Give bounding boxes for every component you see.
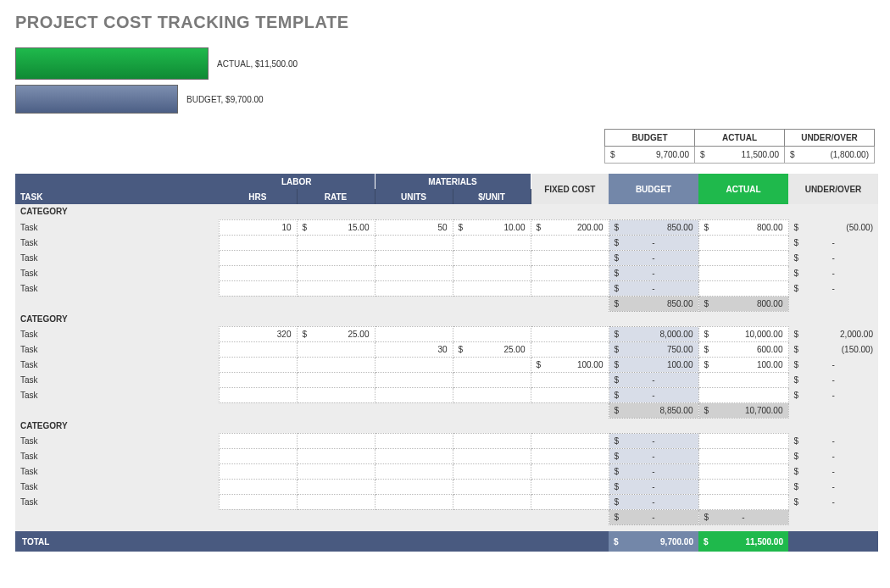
units-input[interactable] [375,250,453,265]
actual-input[interactable] [698,463,788,479]
hrs-input[interactable] [219,280,297,296]
per-unit-input[interactable] [453,235,531,250]
fixed-input[interactable] [531,387,609,402]
per-unit-input[interactable] [453,433,531,448]
per-unit-input[interactable] [453,326,531,341]
units-input[interactable] [375,372,453,387]
rate-input[interactable] [297,494,375,509]
rate-input[interactable] [297,463,375,479]
actual-input[interactable] [698,250,788,265]
per-unit-input[interactable] [453,265,531,280]
actual-input[interactable] [698,280,788,296]
total-underover [788,531,878,552]
fixed-input[interactable]: $100.00 [531,357,609,372]
hrs-input[interactable] [219,357,297,372]
rate-input[interactable] [297,357,375,372]
per-unit-input[interactable]: $10.00 [453,219,531,235]
fixed-input[interactable] [531,280,609,296]
rate-input[interactable] [297,479,375,494]
actual-input[interactable] [698,387,788,402]
rate-input[interactable] [297,341,375,357]
fixed-input[interactable]: $200.00 [531,219,609,235]
fixed-input[interactable] [531,250,609,265]
actual-input[interactable] [698,448,788,463]
actual-input[interactable]: $600.00 [698,341,788,357]
fixed-input[interactable] [531,479,609,494]
units-input[interactable] [375,265,453,280]
per-unit-input[interactable] [453,250,531,265]
fixed-input[interactable] [531,433,609,448]
col-per-unit: $/UNIT [453,189,531,204]
actual-input[interactable]: $100.00 [698,357,788,372]
actual-input[interactable] [698,433,788,448]
per-unit-input[interactable] [453,387,531,402]
hrs-input[interactable] [219,448,297,463]
units-input[interactable] [375,433,453,448]
actual-input[interactable] [698,479,788,494]
per-unit-input[interactable] [453,463,531,479]
actual-input[interactable] [698,372,788,387]
actual-input[interactable] [698,265,788,280]
hrs-input[interactable]: 320 [219,326,297,341]
units-input[interactable] [375,280,453,296]
hrs-input[interactable]: 10 [219,219,297,235]
cost-tracking-table: TASK LABOR MATERIALS FIXED COST BUDGET A… [15,174,878,552]
task-name: Task [15,265,219,280]
units-input[interactable] [375,235,453,250]
underover-cell: $- [788,280,878,296]
hrs-input[interactable] [219,250,297,265]
col-actual: ACTUAL [698,174,788,204]
fixed-input[interactable] [531,265,609,280]
fixed-input[interactable] [531,326,609,341]
per-unit-input[interactable] [453,494,531,509]
per-unit-input[interactable]: $25.00 [453,341,531,357]
subtotal-row: $-$- [15,509,878,524]
units-input[interactable] [375,357,453,372]
units-input[interactable] [375,463,453,479]
fixed-input[interactable] [531,463,609,479]
fixed-input[interactable] [531,235,609,250]
rate-input[interactable]: $15.00 [297,219,375,235]
hrs-input[interactable] [219,235,297,250]
fixed-input[interactable] [531,341,609,357]
rate-input[interactable] [297,280,375,296]
actual-input[interactable] [698,235,788,250]
units-input[interactable] [375,326,453,341]
rate-input[interactable]: $25.00 [297,326,375,341]
per-unit-input[interactable] [453,479,531,494]
per-unit-input[interactable] [453,357,531,372]
task-name: Task [15,494,219,509]
hrs-input[interactable] [219,341,297,357]
fixed-input[interactable] [531,448,609,463]
hrs-input[interactable] [219,463,297,479]
hrs-input[interactable] [219,494,297,509]
summary-header-actual: ACTUAL [695,130,785,147]
rate-input[interactable] [297,265,375,280]
fixed-input[interactable] [531,494,609,509]
units-input[interactable] [375,448,453,463]
rate-input[interactable] [297,372,375,387]
budget-cell: $850.00 [609,219,698,235]
rate-input[interactable] [297,235,375,250]
fixed-input[interactable] [531,372,609,387]
units-input[interactable] [375,479,453,494]
actual-input[interactable]: $10,000.00 [698,326,788,341]
units-input[interactable] [375,494,453,509]
actual-input[interactable]: $800.00 [698,219,788,235]
per-unit-input[interactable] [453,280,531,296]
actual-input[interactable] [698,494,788,509]
hrs-input[interactable] [219,265,297,280]
rate-input[interactable] [297,433,375,448]
units-input[interactable]: 30 [375,341,453,357]
rate-input[interactable] [297,250,375,265]
units-input[interactable]: 50 [375,219,453,235]
hrs-input[interactable] [219,433,297,448]
units-input[interactable] [375,387,453,402]
rate-input[interactable] [297,448,375,463]
hrs-input[interactable] [219,387,297,402]
hrs-input[interactable] [219,479,297,494]
rate-input[interactable] [297,387,375,402]
per-unit-input[interactable] [453,372,531,387]
hrs-input[interactable] [219,372,297,387]
per-unit-input[interactable] [453,448,531,463]
